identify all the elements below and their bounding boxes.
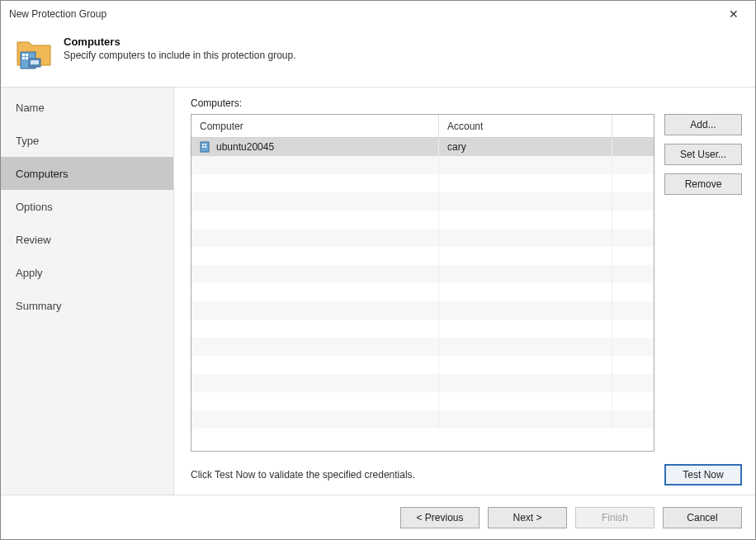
cancel-button[interactable]: Cancel — [663, 507, 742, 528]
sidebar-item-review[interactable]: Review — [1, 223, 173, 256]
cell-empty — [612, 374, 654, 392]
svg-rect-9 — [205, 144, 206, 145]
computers-table[interactable]: Computer Account ubuntu20045cary — [191, 114, 654, 452]
table-row[interactable] — [191, 301, 654, 320]
header: Computers Specify computers to include i… — [1, 27, 755, 88]
button-label: Finish — [602, 512, 628, 523]
close-icon: ✕ — [729, 7, 739, 21]
sidebar-item-apply[interactable]: Apply — [1, 256, 173, 289]
table-row[interactable]: ubuntu20045cary — [191, 138, 654, 156]
cell-computer: ubuntu20045 — [191, 138, 439, 156]
cell-empty — [439, 247, 612, 265]
cell-empty — [191, 192, 439, 211]
cell-empty — [191, 265, 439, 283]
sidebar-item-type[interactable]: Type — [1, 124, 173, 157]
sidebar-item-label: Options — [16, 201, 53, 213]
cell-empty — [191, 174, 439, 192]
cell-empty — [191, 374, 439, 392]
close-button[interactable]: ✕ — [717, 2, 750, 26]
cell-empty — [612, 211, 654, 229]
cell-empty — [439, 338, 612, 356]
svg-rect-2 — [26, 54, 28, 56]
side-buttons: Add... Set User... Remove — [664, 114, 742, 452]
dialog-window: New Protection Group ✕ Computers Specify… — [0, 0, 756, 540]
table-body[interactable]: ubuntu20045cary — [191, 138, 654, 451]
button-label: < Previous — [416, 512, 463, 523]
cell-empty — [439, 156, 612, 174]
page-title: Computers — [64, 36, 295, 48]
footer: < Previous Next > Finish Cancel — [1, 495, 755, 539]
sidebar-item-label: Apply — [16, 267, 43, 279]
body: Name Type Computers Options Review Apply… — [1, 88, 755, 495]
table-row[interactable] — [191, 283, 654, 301]
table-row[interactable] — [191, 229, 654, 247]
add-button[interactable]: Add... — [664, 114, 742, 135]
table-row[interactable] — [191, 356, 654, 374]
svg-rect-10 — [202, 146, 204, 148]
cell-empty — [439, 211, 612, 229]
cell-empty — [612, 301, 654, 320]
cell-empty — [612, 283, 654, 301]
sidebar-item-options[interactable]: Options — [1, 190, 173, 223]
table-row[interactable] — [191, 338, 654, 356]
titlebar: New Protection Group ✕ — [1, 1, 755, 27]
cell-empty — [612, 229, 654, 247]
button-label: Remove — [685, 178, 722, 190]
cell-empty — [191, 338, 439, 356]
sidebar-item-summary[interactable]: Summary — [1, 289, 173, 322]
cell-empty — [612, 247, 654, 265]
cell-account: cary — [439, 138, 612, 156]
cell-empty — [191, 211, 439, 229]
main-row: Computer Account ubuntu20045cary Add... … — [191, 114, 742, 452]
finish-button: Finish — [575, 507, 654, 528]
cell-empty — [191, 156, 439, 174]
cell-empty — [191, 320, 439, 338]
table-row[interactable] — [191, 392, 654, 410]
table-row[interactable] — [191, 174, 654, 192]
column-spacer — [612, 115, 654, 137]
svg-rect-6 — [31, 60, 39, 64]
hint-row: Click Test Now to validate the specified… — [191, 463, 742, 486]
cell-empty — [439, 192, 612, 211]
cell-empty — [439, 356, 612, 374]
cell-empty — [191, 283, 439, 301]
computer-icon — [200, 141, 210, 153]
table-row[interactable] — [191, 211, 654, 229]
cell-empty — [439, 265, 612, 283]
cell-empty — [612, 410, 654, 429]
sidebar-item-name[interactable]: Name — [1, 91, 173, 124]
column-computer[interactable]: Computer — [191, 115, 439, 137]
table-row[interactable] — [191, 247, 654, 265]
remove-button[interactable]: Remove — [664, 173, 742, 195]
table-row[interactable] — [191, 192, 654, 211]
svg-rect-11 — [205, 146, 206, 148]
table-row[interactable] — [191, 320, 654, 338]
sidebar-item-label: Computers — [16, 168, 69, 180]
cell-spacer — [612, 138, 654, 156]
cell-empty — [191, 247, 439, 265]
previous-button[interactable]: < Previous — [400, 507, 480, 528]
svg-rect-3 — [22, 57, 25, 59]
next-button[interactable]: Next > — [488, 507, 567, 528]
table-row[interactable] — [191, 156, 654, 174]
table-header: Computer Account — [191, 115, 654, 138]
set-user-button[interactable]: Set User... — [664, 144, 742, 165]
cell-empty — [439, 410, 612, 429]
sidebar-item-label: Name — [16, 102, 45, 114]
table-row[interactable] — [191, 265, 654, 283]
test-now-button[interactable]: Test Now — [664, 464, 742, 486]
cell-empty — [439, 229, 612, 247]
table-row[interactable] — [191, 410, 654, 429]
table-row[interactable] — [191, 374, 654, 392]
cell-empty — [191, 410, 439, 429]
sidebar-item-computers[interactable]: Computers — [1, 157, 173, 190]
column-account[interactable]: Account — [439, 115, 612, 137]
main-panel: Computers: Computer Account ubuntu20045c… — [174, 88, 755, 495]
cell-empty — [612, 356, 654, 374]
button-label: Test Now — [683, 469, 723, 481]
cell-empty — [439, 283, 612, 301]
cell-empty — [612, 392, 654, 410]
cell-empty — [191, 392, 439, 410]
cell-empty — [612, 174, 654, 192]
hint-text: Click Test Now to validate the specified… — [191, 469, 415, 481]
